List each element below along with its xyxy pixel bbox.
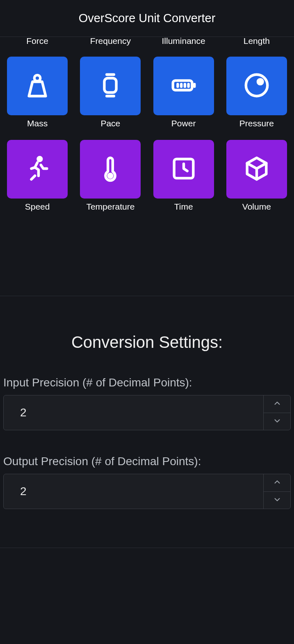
svg-point-9 bbox=[258, 79, 263, 84]
app-title: OverScore Unit Converter bbox=[0, 0, 294, 37]
category-tile-speed[interactable] bbox=[7, 140, 68, 199]
output-precision-group: Output Precision (# of Decimal Points): bbox=[0, 455, 294, 534]
cube-icon bbox=[242, 154, 271, 185]
settings-heading: Conversion Settings: bbox=[0, 296, 294, 376]
category-label-illuminance: Illuminance bbox=[162, 36, 205, 46]
output-precision-label: Output Precision (# of Decimal Points): bbox=[3, 455, 291, 468]
bottom-divider bbox=[0, 548, 294, 548]
category-label-speed: Speed bbox=[25, 202, 50, 212]
category-label-frequency: Frequency bbox=[90, 36, 131, 46]
category-label-time: Time bbox=[174, 202, 193, 212]
category-tile-volume[interactable] bbox=[226, 140, 287, 199]
category-tile-pace[interactable] bbox=[80, 57, 141, 115]
category-tile-power[interactable] bbox=[153, 57, 214, 115]
svg-point-11 bbox=[109, 174, 112, 178]
output-precision-increment[interactable] bbox=[264, 474, 290, 492]
thermometer-icon bbox=[96, 154, 125, 185]
category-grid: Mass Pace bbox=[0, 57, 294, 212]
svg-point-8 bbox=[246, 74, 268, 96]
category-tile-temperature[interactable] bbox=[80, 140, 141, 199]
gauge-icon bbox=[242, 71, 271, 101]
output-precision-decrement[interactable] bbox=[264, 492, 290, 509]
category-tile-mass[interactable] bbox=[7, 57, 68, 115]
running-icon bbox=[23, 154, 52, 185]
category-label-power: Power bbox=[171, 119, 196, 128]
svg-rect-1 bbox=[105, 78, 116, 92]
input-precision-increment[interactable] bbox=[264, 395, 290, 413]
category-tile-pressure[interactable] bbox=[226, 57, 287, 115]
category-label-length: Length bbox=[244, 36, 270, 46]
category-row-partial: Force Frequency Illuminance Length bbox=[0, 37, 294, 49]
category-label-force: Force bbox=[26, 36, 48, 46]
chevron-down-icon bbox=[273, 495, 282, 505]
output-precision-field[interactable] bbox=[4, 474, 263, 509]
weight-icon bbox=[23, 71, 52, 101]
battery-icon bbox=[169, 71, 198, 101]
clock-icon bbox=[169, 154, 198, 185]
svg-point-0 bbox=[34, 75, 41, 81]
chevron-up-icon bbox=[273, 477, 282, 488]
chevron-down-icon bbox=[273, 416, 282, 427]
category-label-temperature: Temperature bbox=[86, 202, 134, 212]
category-tile-time[interactable] bbox=[153, 140, 214, 199]
category-label-mass: Mass bbox=[27, 119, 48, 128]
input-precision-label: Input Precision (# of Decimal Points): bbox=[3, 376, 291, 389]
input-precision-group: Input Precision (# of Decimal Points): bbox=[0, 376, 294, 455]
watch-icon bbox=[96, 71, 125, 101]
svg-point-10 bbox=[38, 157, 42, 161]
category-label-volume: Volume bbox=[242, 202, 271, 212]
category-label-pace: Pace bbox=[100, 119, 120, 128]
chevron-up-icon bbox=[273, 399, 282, 409]
input-precision-decrement[interactable] bbox=[264, 413, 290, 430]
category-label-pressure: Pressure bbox=[239, 119, 274, 128]
input-precision-field[interactable] bbox=[4, 395, 263, 430]
